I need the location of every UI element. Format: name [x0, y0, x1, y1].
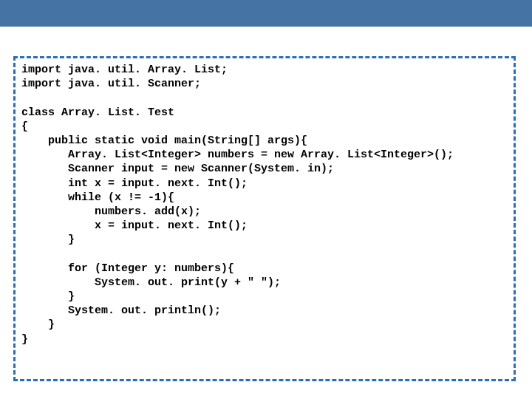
title-bar — [0, 0, 532, 27]
slide: import java. util. Array. List; import j… — [0, 0, 532, 399]
code-box: import java. util. Array. List; import j… — [13, 56, 516, 381]
code-block: import java. util. Array. List; import j… — [21, 63, 508, 347]
